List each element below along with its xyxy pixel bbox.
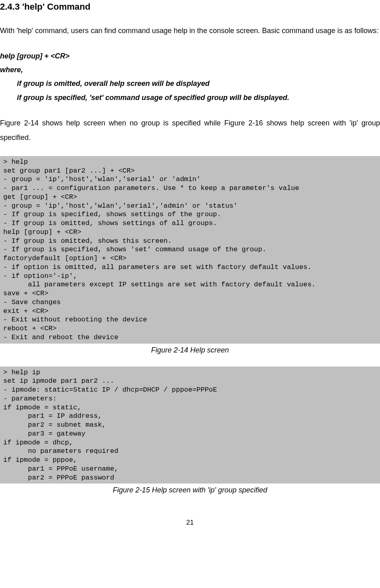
figure-caption-2-15: Figure 2-15 Help screen with 'ip' group … [0,486,380,494]
page-number: 21 [0,519,380,527]
console-output-help-ip: > help ip set ip ipmode par1 par2 ... - … [0,367,380,484]
console-output-help: > help set group par1 [par2 ...] + <CR> … [0,156,380,344]
syntax-block: help [group] + <CR> where, if group is o… [0,49,380,104]
syntax-where: where, [0,63,380,77]
syntax-command: help [group] + <CR> [0,49,380,63]
document-page: 2.4.3 'help' Command With 'help' command… [0,2,380,543]
syntax-specified: if group is specified, 'set' command usa… [0,91,380,104]
figure-caption-2-14: Figure 2-14 Help screen [0,346,380,354]
syntax-omitted: if group is omitted, overall help screen… [0,77,380,90]
intro-paragraph: With 'help' command, users can find comm… [0,23,380,38]
bridge-paragraph: Figure 2-14 shows help screen when no gr… [0,116,380,145]
section-heading: 2.4.3 'help' Command [0,2,380,12]
